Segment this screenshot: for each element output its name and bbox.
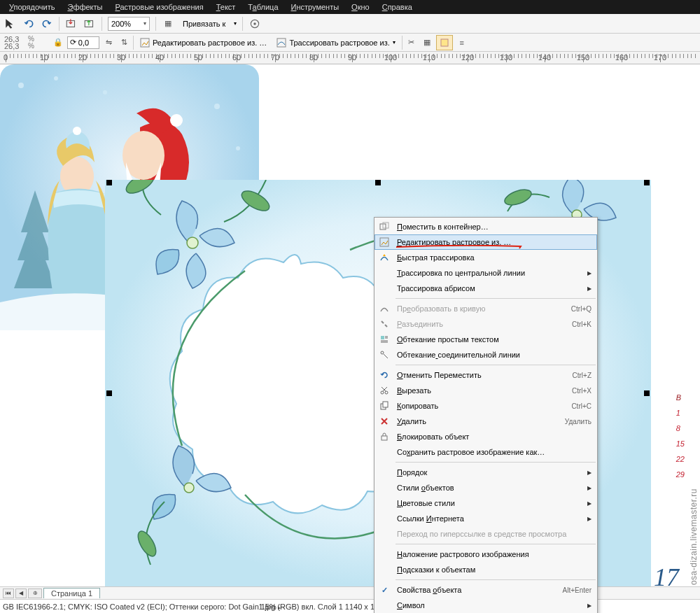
tool-pointer-icon[interactable] xyxy=(4,17,17,30)
lock-ratio-icon[interactable]: 🔒 xyxy=(52,36,64,49)
zoom-select[interactable]: 200% xyxy=(108,17,150,31)
cal-num: 22 xyxy=(676,455,685,463)
wrap-text-button[interactable] xyxy=(436,35,453,50)
rotate-input[interactable]: ⟳ 0,0 xyxy=(67,36,99,49)
pct-y: % xyxy=(28,43,49,50)
context-menu-item[interactable]: Трассировка абрисом▶ xyxy=(374,281,597,296)
options-icon[interactable] xyxy=(248,17,261,30)
context-menu-item[interactable]: Блокировать объект xyxy=(374,429,597,444)
align-icon[interactable]: ≡ xyxy=(456,36,468,49)
context-menu-separator xyxy=(396,544,596,544)
zoom-value: 200% xyxy=(111,20,131,28)
redo-icon[interactable] xyxy=(41,17,53,30)
page-prev-icon[interactable]: ◀ xyxy=(15,589,27,598)
menu-bitmap[interactable]: Растровые изображения xyxy=(108,1,209,13)
pct-x: % xyxy=(28,36,49,43)
context-menu-label: Стили объектов xyxy=(397,484,579,492)
selection-handle-mr[interactable] xyxy=(644,390,650,396)
blank-icon xyxy=(377,467,391,478)
snap-dropdown-icon[interactable]: ▾ xyxy=(234,20,237,27)
context-menu-label: Обтекание простым текстом xyxy=(397,335,592,344)
context-menu-separator xyxy=(396,365,596,365)
context-menu-item[interactable]: Ссылки Интернета▶ xyxy=(374,511,597,526)
context-menu-item[interactable]: Отменить ПереместитьCtrl+Z xyxy=(374,367,597,383)
svg-point-15 xyxy=(170,114,183,127)
selection-handle-tm[interactable] xyxy=(375,180,381,185)
page-tab-1[interactable]: Страница 1 xyxy=(43,588,100,598)
context-menu-item[interactable]: Обтекание простым текстом xyxy=(374,332,597,347)
edit-bitmap-button[interactable]: Редактировать растровое из. … xyxy=(136,35,270,50)
import-icon[interactable] xyxy=(65,17,78,30)
menu-arrange[interactable]: Упорядочить xyxy=(3,1,61,13)
selection-handle-ml[interactable] xyxy=(106,390,112,396)
cal-letter: В xyxy=(676,393,685,402)
blank-icon xyxy=(377,513,391,524)
context-menu[interactable]: Поместить в контейнер…Редактировать раст… xyxy=(374,217,598,613)
context-menu-label: Преобразовать в кривую xyxy=(397,304,566,313)
snap-icon[interactable]: ▦ xyxy=(162,17,174,30)
undo-icon xyxy=(377,369,391,381)
selection-handle-tl[interactable] xyxy=(106,180,112,185)
container-icon xyxy=(377,221,391,232)
context-menu-item[interactable]: Стили объектов▶ xyxy=(374,480,597,495)
context-menu-item[interactable]: Редактировать растровое из. … xyxy=(374,234,597,250)
export-icon[interactable] xyxy=(83,17,96,30)
ruler-horizontal[interactable]: 0102030405060708090100110120130140150160… xyxy=(0,52,700,64)
context-menu-item: Переход по гиперссылке в средстве просмо… xyxy=(374,526,597,542)
menu-tools[interactable]: Инструменты xyxy=(285,1,346,13)
page-first-icon[interactable]: ⏮ xyxy=(3,589,14,598)
blank-icon xyxy=(377,600,391,611)
context-menu-label: Быстрая трассировка xyxy=(397,253,592,262)
context-menu-item[interactable]: УдалитьУдалить xyxy=(374,414,597,429)
context-menu-label: Копировать xyxy=(397,402,566,410)
mirror-h-icon[interactable]: ⇋ xyxy=(102,36,115,49)
chevron-right-icon: ▶ xyxy=(587,485,592,491)
context-menu-item[interactable]: ВырезатьCtrl+X xyxy=(374,383,597,398)
context-menu-label: Отменить Переместить xyxy=(397,371,567,379)
context-menu-item[interactable]: Цветовые стили▶ xyxy=(374,495,597,511)
context-menu-label: Поместить в контейнер… xyxy=(397,223,592,231)
context-menu-item: РазъединитьCtrl+K xyxy=(374,316,597,332)
menubar[interactable]: Упорядочить Эффекты Растровые изображени… xyxy=(0,0,700,14)
undo-icon[interactable] xyxy=(22,17,35,30)
svg-rect-37 xyxy=(382,436,387,440)
curve-icon xyxy=(377,303,391,314)
toolbar-divider xyxy=(59,17,59,31)
toolbar-divider xyxy=(155,17,156,31)
quick-trace-icon xyxy=(377,252,391,263)
menu-help[interactable]: Справка xyxy=(376,1,419,13)
context-menu-item[interactable]: Наложение растрового изображения xyxy=(374,547,597,562)
context-menu-item[interactable]: Обтекание соединительной линии xyxy=(374,347,597,362)
menu-window[interactable]: Окно xyxy=(345,1,376,13)
menu-effects[interactable]: Эффекты xyxy=(61,1,108,13)
context-menu-separator xyxy=(396,579,596,580)
context-menu-item[interactable]: Трассировка по центральной линии▶ xyxy=(374,265,597,281)
snap-label: Привязать к xyxy=(180,20,228,28)
toolbar-divider xyxy=(133,36,134,50)
context-menu-item[interactable]: Поместить в контейнер… xyxy=(374,219,597,234)
context-menu-item[interactable]: КопироватьCtrl+C xyxy=(374,398,597,414)
context-menu-shortcut: Ctrl+Q xyxy=(571,305,592,313)
crop-icon[interactable]: ✂ xyxy=(405,36,418,49)
mirror-v-icon[interactable]: ⇅ xyxy=(118,36,130,49)
cut-icon xyxy=(377,385,391,396)
context-menu-item[interactable]: Сохранить растровое изображение как… xyxy=(374,444,597,460)
page-add-icon[interactable]: ⊕ xyxy=(28,589,42,598)
blank-icon xyxy=(377,564,391,575)
context-menu-item[interactable]: Быстрая трассировка xyxy=(374,250,597,265)
context-menu-item[interactable]: Символ▶ xyxy=(374,598,597,613)
selection-handle-tr[interactable] xyxy=(644,180,650,185)
context-menu-item[interactable]: Порядок▶ xyxy=(374,465,597,480)
context-menu-item[interactable]: ✓Свойства объектаAlt+Enter xyxy=(374,582,597,598)
svg-rect-31 xyxy=(381,336,384,339)
trace-bitmap-button[interactable]: Трассировать растровое из. ▾ xyxy=(273,35,398,50)
status-profiles: GB IEC61966-2.1; CMYK: ISO Coated v2 (EC… xyxy=(0,603,281,611)
svg-point-32 xyxy=(381,351,384,354)
menu-table[interactable]: Таблица xyxy=(241,1,284,13)
context-menu-label: Разъединить xyxy=(397,320,566,328)
context-menu-shortcut: Ctrl+C xyxy=(571,402,592,410)
menu-text[interactable]: Текст xyxy=(210,1,242,13)
blank-icon xyxy=(377,528,391,540)
context-menu-item[interactable]: Подсказки к объектам xyxy=(374,562,597,577)
resample-icon[interactable]: ▦ xyxy=(421,36,433,49)
